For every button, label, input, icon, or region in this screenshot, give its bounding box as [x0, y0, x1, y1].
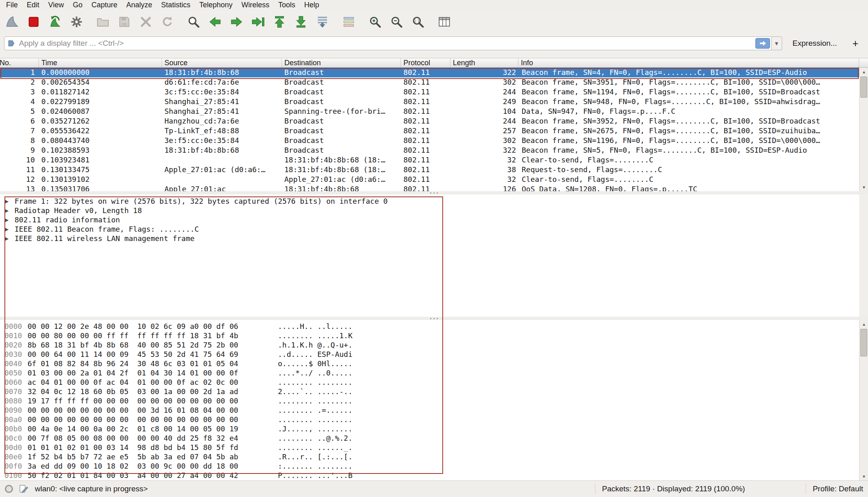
- cell-info: Beacon frame, SN=3951, FN=0, Flags=.....…: [518, 77, 859, 87]
- menu-item-tools[interactable]: Tools: [274, 0, 300, 10]
- display-filter-input[interactable]: Apply a display filter ... <Ctrl-/>: [4, 36, 772, 50]
- scroll-up-icon[interactable]: ▲: [859, 68, 868, 76]
- hex-row[interactable]: 0060ac 04 01 00 00 0f ac 04 01 00 00 0f …: [0, 378, 859, 387]
- expander-icon[interactable]: ▶: [5, 217, 11, 223]
- scroll-down-icon[interactable]: ▼: [859, 183, 868, 191]
- packet-row[interactable]: 130.135031706Apple_27:01:ac18:31:bf:4b:8…: [0, 184, 859, 191]
- resize-columns-button[interactable]: [435, 13, 453, 31]
- go-to-packet-button[interactable]: [249, 13, 267, 31]
- hex-row[interactable]: 00b000 4a 0e 14 00 0a 00 2c 01 c8 00 14 …: [0, 424, 859, 433]
- colorize-icon: [342, 15, 356, 29]
- expert-info-icon[interactable]: [5, 485, 13, 493]
- menu-item-help[interactable]: Help: [300, 0, 324, 10]
- expander-icon[interactable]: ▶: [5, 236, 11, 241]
- hex-row[interactable]: 007032 04 0c 12 18 60 0b 05 03 00 1a 00 …: [0, 387, 859, 396]
- menu-item-analyze[interactable]: Analyze: [122, 0, 157, 10]
- restart-capture-button[interactable]: [46, 13, 64, 31]
- hex-row[interactable]: 00c000 7f 08 05 00 08 00 00 00 00 40 dd …: [0, 433, 859, 443]
- hex-row[interactable]: 009000 00 00 00 00 00 00 00 00 3d 16 01 …: [0, 405, 859, 415]
- hex-row[interactable]: 00d001 01 01 02 01 00 03 14 98 d8 bd b4 …: [0, 443, 859, 452]
- packet-row[interactable]: 10.00000000018:31:bf:4b:8b:68Broadcast80…: [0, 68, 859, 77]
- filter-bookmark-icon[interactable]: [7, 39, 15, 47]
- menu-item-telephony[interactable]: Telephony: [195, 0, 237, 10]
- scroll-up-icon[interactable]: ▲: [859, 320, 868, 328]
- hex-row[interactable]: 001000 00 80 00 00 00 ff ff ff ff ff ff …: [0, 331, 859, 340]
- zoom-in-button[interactable]: [366, 13, 384, 31]
- menu-item-statistics[interactable]: Statistics: [157, 0, 195, 10]
- packet-row[interactable]: 70.055536422Tp-LinkT_ef:48:88Broadcast80…: [0, 126, 859, 136]
- column-header-no[interactable]: No.: [0, 58, 39, 67]
- hex-row[interactable]: 00208b 68 18 31 bf 4b 8b 68 40 00 85 51 …: [0, 340, 859, 350]
- expander-icon[interactable]: ▶: [5, 226, 11, 232]
- menu-item-file[interactable]: File: [2, 0, 22, 10]
- hex-offset: 0100: [4, 471, 22, 480]
- hex-row[interactable]: 010050 f2 02 01 01 84 00 03 a4 00 00 27 …: [0, 471, 859, 480]
- hex-row[interactable]: 005001 03 00 00 2a 01 04 2f 01 04 30 14 …: [0, 368, 859, 378]
- packet-row[interactable]: 110.130133475Apple_27:01:ac (d0:a6:…18:3…: [0, 165, 859, 175]
- go-first-button[interactable]: [271, 13, 288, 31]
- column-header-time[interactable]: Time: [39, 58, 162, 67]
- find-packet-button[interactable]: [185, 13, 203, 31]
- packet-list: 10.00000000018:31:bf:4b:8b:68Broadcast80…: [0, 68, 859, 191]
- auto-scroll-button[interactable]: [314, 13, 331, 31]
- detail-tree-row[interactable]: ▶IEEE 802.11 Beacon frame, Flags: ......…: [0, 224, 859, 234]
- expander-icon[interactable]: ▶: [5, 208, 11, 213]
- capture-options-button[interactable]: [68, 13, 85, 31]
- zoom-normal-button[interactable]: 1:1: [409, 13, 427, 31]
- scroll-down-icon[interactable]: ▼: [859, 472, 868, 480]
- add-filter-button[interactable]: +: [847, 38, 864, 49]
- packet-row[interactable]: 40.022799189Shanghai_27:85:41Broadcast80…: [0, 97, 859, 107]
- cell-no: 9: [0, 145, 39, 155]
- packet-row[interactable]: 30.0118271423c:f5:cc:0e:35:84Broadcast80…: [0, 87, 859, 97]
- hex-row[interactable]: 008019 17 ff ff ff 00 00 00 00 00 00 00 …: [0, 396, 859, 405]
- profile-selector[interactable]: Profile: Default: [813, 484, 863, 493]
- save-file-button: [115, 13, 133, 31]
- hex-row[interactable]: 00f03a ed dd 09 00 10 18 02 03 00 9c 00 …: [0, 461, 859, 471]
- packet-row[interactable]: 100.10392348118:31:bf:4b:8b:68 (18:…802.…: [0, 155, 859, 165]
- stop-capture-button[interactable]: [25, 13, 43, 31]
- cell-protocol: 802.11: [401, 116, 450, 126]
- menu-item-go[interactable]: Go: [68, 0, 87, 10]
- cell-source: Shanghai_27:85:41: [162, 97, 282, 107]
- hex-row[interactable]: 00a000 00 00 00 00 00 00 00 00 00 00 00 …: [0, 415, 859, 424]
- detail-tree-row[interactable]: ▶Radiotap Header v0, Length 18: [0, 206, 859, 215]
- colorize-button[interactable]: [340, 13, 358, 31]
- packet-row[interactable]: 20.002654354d6:61:fe:cd:7a:6eBroadcast80…: [0, 77, 859, 87]
- packet-row[interactable]: 90.10238859318:31:bf:4b:8b:68Broadcast80…: [0, 145, 859, 155]
- hex-row[interactable]: 00406f 01 08 82 84 8b 96 24 30 48 6c 03 …: [0, 359, 859, 368]
- capture-comment-icon[interactable]: [19, 484, 28, 494]
- go-last-button[interactable]: [292, 13, 310, 31]
- hex-pane-scrollbar[interactable]: ▲ ▼: [859, 320, 868, 480]
- column-header-destination[interactable]: Destination: [282, 58, 401, 67]
- packet-row[interactable]: 60.035271262Hangzhou_cd:7a:6eBroadcast80…: [0, 116, 859, 126]
- column-header-info[interactable]: Info: [518, 58, 859, 67]
- detail-tree-row[interactable]: ▶802.11 radio information: [0, 215, 859, 224]
- packet-list-scrollbar-thumb[interactable]: [860, 77, 867, 98]
- zoom-out-button[interactable]: [388, 13, 405, 31]
- packet-row[interactable]: 120.130139102Apple_27:01:ac (d0:a6:…802.…: [0, 175, 859, 184]
- column-header-source[interactable]: Source: [162, 58, 282, 67]
- hex-row[interactable]: 00e01f 52 b4 b5 b7 72 ae e5 5b ab 3a ed …: [0, 452, 859, 461]
- pane-splitter[interactable]: [0, 317, 868, 320]
- expander-icon[interactable]: ▶: [5, 198, 11, 204]
- filter-history-dropdown[interactable]: ▼: [772, 36, 782, 50]
- hex-row[interactable]: 003000 00 64 00 11 14 00 09 45 53 50 2d …: [0, 350, 859, 359]
- go-back-button[interactable]: [206, 13, 224, 31]
- packet-list-scrollbar[interactable]: ▲ ▼: [859, 68, 868, 191]
- detail-tree-row[interactable]: ▶IEEE 802.11 wireless LAN management fra…: [0, 234, 859, 243]
- packet-row[interactable]: 50.024060087Shanghai_27:85:41Spanning-tr…: [0, 107, 859, 116]
- column-header-protocol[interactable]: Protocol: [401, 58, 450, 67]
- hex-scrollbar-thumb[interactable]: [860, 329, 867, 356]
- column-header-length[interactable]: Length: [450, 58, 518, 67]
- hex-row[interactable]: 000000 00 12 00 2e 48 00 00 10 02 6c 09 …: [0, 322, 859, 331]
- menu-item-wireless[interactable]: Wireless: [237, 0, 274, 10]
- menu-item-edit[interactable]: Edit: [22, 0, 44, 10]
- expression-button[interactable]: Expression...: [789, 39, 841, 48]
- packet-row[interactable]: 80.0804437403e:f5:cc:0e:35:84Broadcast80…: [0, 136, 859, 145]
- filter-apply-button[interactable]: [755, 38, 770, 49]
- detail-tree-row[interactable]: ▶Frame 1: 322 bytes on wire (2576 bits),…: [0, 196, 859, 206]
- menu-item-view[interactable]: View: [44, 0, 68, 10]
- pane-splitter[interactable]: [0, 191, 868, 194]
- menu-item-capture[interactable]: Capture: [87, 0, 122, 10]
- go-forward-button[interactable]: [228, 13, 245, 31]
